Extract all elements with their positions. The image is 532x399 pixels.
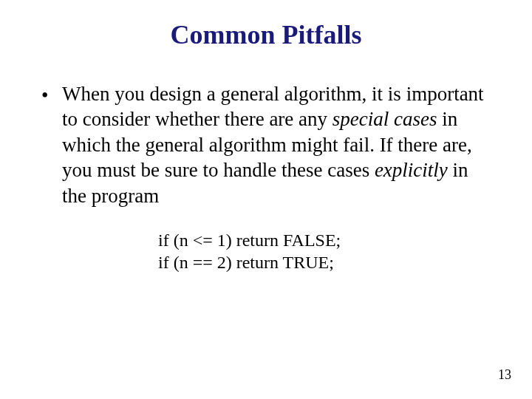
bullet-text: When you design a general algorithm, it … — [62, 81, 492, 209]
bullet-item: • When you design a general algorithm, i… — [40, 81, 492, 209]
bullet-dot: • — [40, 81, 62, 109]
bullet-text-italic-1: special cases — [332, 108, 437, 130]
bullet-text-italic-2: explicitly — [375, 159, 448, 181]
slide: Common Pitfalls • When you design a gene… — [0, 0, 532, 399]
code-block: if (n <= 1) return FALSE; if (n == 2) re… — [158, 229, 492, 273]
code-line-1: if (n <= 1) return FALSE; — [158, 229, 492, 251]
code-line-2: if (n == 2) return TRUE; — [158, 251, 492, 273]
slide-title: Common Pitfalls — [40, 21, 492, 50]
page-number: 13 — [498, 367, 511, 383]
